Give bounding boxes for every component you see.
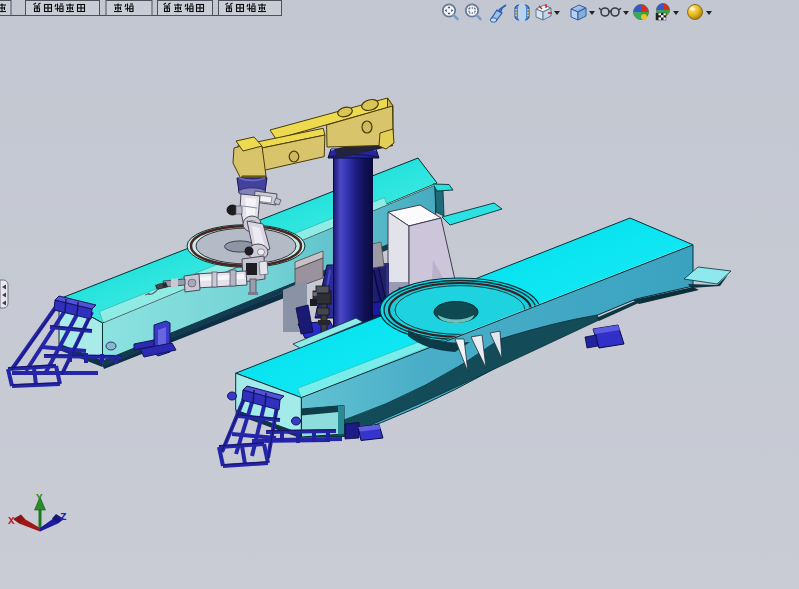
- svg-text:Z: Z: [60, 511, 67, 523]
- svg-text:X: X: [8, 515, 15, 527]
- svg-text:Y: Y: [36, 492, 43, 504]
